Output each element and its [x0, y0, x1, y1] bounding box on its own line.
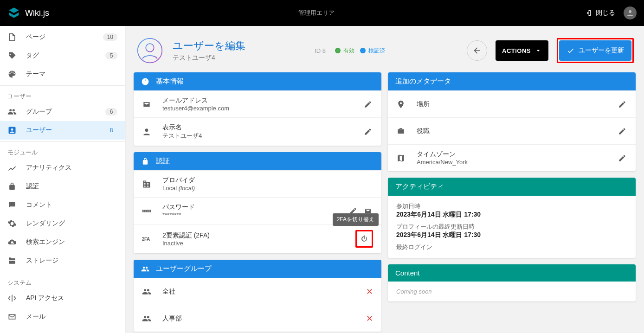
group-row: 全社 ✕ — [134, 278, 381, 305]
pencil-icon — [618, 100, 626, 109]
tfa-tooltip: 2FAを切り替え — [333, 213, 379, 226]
job-row: 役職 — [388, 117, 636, 144]
power-icon — [360, 234, 369, 243]
groups-header: ユーザーグループ — [134, 260, 381, 278]
status-active: 有効 — [335, 47, 354, 55]
profile-updated-value: 2023年6月14日 水曜日 17:30 — [396, 231, 627, 239]
chevron-down-icon — [535, 47, 542, 54]
sidebar-item-auth[interactable]: 認証 — [0, 177, 125, 196]
pencil-icon — [618, 154, 626, 162]
topbar: Wiki.js 管理用エリア 閉じる — [0, 0, 644, 26]
password-icon — [142, 206, 154, 216]
blue-dot-icon — [360, 48, 366, 53]
sidebar-item-mail[interactable]: メール — [0, 307, 125, 326]
person-icon — [7, 126, 19, 135]
actions-button[interactable]: ACTIONS — [496, 40, 548, 61]
briefcase-icon — [396, 127, 408, 136]
page-title: ユーザーを編集 — [173, 39, 245, 53]
user-avatar-menu[interactable] — [624, 6, 637, 19]
svg-point-3 — [145, 128, 148, 132]
auth-header: 認証 — [134, 152, 381, 170]
cloud-search-icon — [7, 237, 19, 247]
email-icon — [142, 100, 154, 109]
logo[interactable]: Wiki.js — [7, 6, 49, 19]
edit-name-button[interactable] — [363, 127, 373, 137]
sidebar-item-tags[interactable]: タグ 5 — [0, 46, 125, 65]
location-row: 場所 — [388, 90, 636, 117]
edit-email-button[interactable] — [363, 99, 373, 109]
back-button[interactable] — [467, 40, 487, 61]
lock-icon — [141, 157, 150, 166]
sidebar-item-storage[interactable]: ストレージ — [0, 251, 125, 270]
page-subtitle: テストユーザ4 — [173, 54, 245, 62]
person-icon — [142, 127, 154, 136]
page-icon — [7, 32, 19, 42]
metadata-header: 追加のメタデータ — [388, 72, 636, 90]
groups-icon — [141, 265, 150, 273]
location-icon — [396, 100, 408, 109]
sidebar-item-api[interactable]: API アクセス — [0, 289, 125, 307]
provider-row: プロバイダLocal (local) — [134, 170, 381, 197]
close-button[interactable]: 閉じる — [584, 9, 615, 17]
content-area: ユーザーを編集 テストユーザ4 ID 8 有効 検証済 ACTIONS ユーザー… — [125, 26, 644, 333]
arrow-left-icon — [472, 46, 482, 55]
edit-timezone-button[interactable] — [617, 153, 627, 163]
mail-icon — [7, 312, 19, 321]
close-label: 閉じる — [596, 9, 615, 17]
groups-icon — [142, 287, 154, 296]
update-user-button[interactable]: ユーザーを更新 — [559, 40, 631, 61]
divider — [0, 85, 125, 86]
sidebar-item-users[interactable]: ユーザー 8 — [0, 121, 125, 140]
info-icon — [141, 77, 150, 86]
api-icon — [7, 294, 19, 303]
coming-soon-label: Coming soon — [396, 288, 627, 295]
sidebar-item-pages[interactable]: ページ 10 — [0, 28, 125, 46]
tfa-row: 2FA 2要素認証 (2FA)Inactive 2FAを切り替え — [134, 224, 381, 253]
divider — [0, 272, 125, 272]
update-highlight: ユーザーを更新 — [557, 38, 634, 63]
2fa-icon: 2FA — [142, 237, 154, 242]
comment-icon — [7, 200, 19, 210]
exit-icon — [584, 9, 592, 17]
check-icon — [567, 46, 575, 55]
sidebar-section-modules: モジュール — [0, 144, 125, 159]
edit-job-button[interactable] — [617, 126, 627, 136]
logo-text: Wiki.js — [25, 8, 49, 18]
remove-group-button[interactable]: ✕ — [366, 287, 373, 297]
user-avatar-icon — [135, 36, 164, 65]
tfa-toggle-highlight — [355, 230, 373, 248]
wikijs-logo-icon — [7, 6, 20, 19]
sidebar-item-analytics[interactable]: アナリティクス — [0, 159, 125, 177]
remove-group-button[interactable]: ✕ — [366, 314, 373, 324]
groups-card: ユーザーグループ 全社 ✕ 人事部 ✕ — [134, 260, 381, 332]
groups-icon — [142, 314, 154, 323]
svg-point-2 — [146, 44, 154, 52]
sidebar-item-groups[interactable]: グループ 6 — [0, 102, 125, 121]
metadata-card: 追加のメタデータ 場所 役職 タイムゾーンAmerica/New_York — [388, 72, 636, 171]
content-card: Content Coming soon — [388, 264, 636, 301]
sidebar-item-theme[interactable]: テーマ — [0, 65, 125, 83]
divider — [0, 141, 125, 142]
profile-updated-label: プロフィールの最終更新日時 — [396, 223, 627, 231]
sidebar-item-search[interactable]: 検索エンジン — [0, 233, 125, 251]
map-icon — [396, 154, 408, 163]
group-row: 人事部 ✕ — [134, 305, 381, 332]
tfa-toggle-button[interactable] — [360, 234, 369, 243]
activity-card: アクティビティ 参加日時 2023年6月14日 水曜日 17:30 プロフィール… — [388, 178, 636, 258]
tag-icon — [7, 51, 19, 60]
domain-icon — [142, 179, 154, 189]
admin-sidebar: ページ 10 タグ 5 テーマ ユーザー グループ 6 ユーザー 8 モジュール… — [0, 26, 125, 333]
sidebar-item-rendering[interactable]: レンダリング — [0, 214, 125, 233]
groups-icon — [7, 107, 19, 116]
cogs-icon — [7, 219, 19, 228]
basic-info-header: 基本情報 — [134, 72, 381, 90]
page-area-label: 管理用エリア — [49, 9, 584, 17]
timeline-icon — [7, 163, 19, 173]
last-login-label: 最終ログイン — [396, 243, 627, 251]
user-id-label: ID 8 — [315, 47, 326, 54]
auth-card: 認証 プロバイダLocal (local) パスワード******** — [134, 152, 381, 253]
sidebar-item-comments[interactable]: コメント — [0, 196, 125, 214]
edit-location-button[interactable] — [617, 99, 627, 109]
title-block: ユーザーを編集 テストユーザ4 — [173, 39, 245, 62]
green-dot-icon — [335, 48, 341, 53]
